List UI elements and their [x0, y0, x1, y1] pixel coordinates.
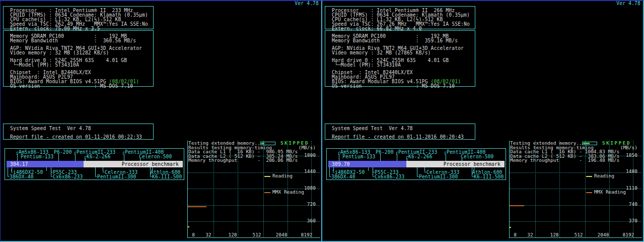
chart-vgridline — [585, 141, 586, 237]
benchmark-tick — [339, 154, 339, 161]
units-label: (MB/s) — [618, 145, 637, 150]
benchmark-tick — [373, 167, 373, 175]
benchmark-tick — [150, 167, 151, 175]
x-axis-tick-label: 32 — [527, 232, 533, 237]
chart-vgridline — [263, 141, 264, 237]
chart-data-segment-reading — [188, 226, 189, 227]
cpu-reference-label: └386DX-40 — [328, 174, 355, 179]
benchmark-tick — [46, 167, 47, 171]
cpu-reference-label: P6-200 — [376, 150, 394, 154]
report-file-line: Report file - created on 01-11-2016 00:2… — [332, 135, 464, 139]
y-axis-tick-label: 1440 — [300, 169, 316, 173]
units-label: (MB/s) — [297, 145, 316, 150]
speedsys-dual-screenshot: Ver 4.78Processor : Intel Pentium® II 23… — [0, 0, 644, 242]
y-axis-tick-label: 720 — [300, 202, 316, 206]
system-info-text: OS version : MS-DOS 7.10 — [10, 83, 133, 89]
cpu-reference-label: Pentium-133 — [342, 154, 376, 159]
chart-left-axis-line — [187, 141, 188, 237]
benchmark-tick — [380, 154, 381, 161]
x-axis-tick-label: 32 — [205, 232, 211, 237]
legend-mmx-reading-label: MMX Reading — [594, 190, 626, 194]
chart-vgridline — [238, 141, 238, 237]
legend-mmx-reading-swatch — [264, 192, 270, 193]
system-info-line: Memory Bandwidth : 359.16 MB/s — [332, 38, 458, 43]
x-axis-tick-label: 8 — [192, 232, 195, 237]
system-info-line: Video memory : 32 MB (27865 KB/s) — [332, 50, 431, 55]
system-info-text: └─Model (PM): ST34310A — [332, 62, 401, 68]
x-axis-tick-label: 2048 — [598, 232, 609, 237]
benchmark-axis-label: Processor benchmark — [122, 162, 179, 166]
benchmark-tick — [58, 154, 59, 161]
legend-reading-label: Reading — [272, 173, 293, 178]
cpu-reference-label: └PentiumII-300 — [416, 174, 458, 179]
chart-vgridline — [213, 141, 214, 237]
system-info-line: └─Model (PM): ST34310A — [10, 63, 79, 67]
memory-result-row: Memory throughput - 206.06 MB/s — [188, 158, 298, 162]
system-info-line: OS version : MS-DOS 7.10 — [10, 84, 133, 88]
version-label: Ver 4.78 — [609, 1, 640, 6]
benchmark-axis-label: Processor benchmark — [444, 162, 500, 166]
system-info-text: └─Model (PM): ST34310A — [10, 62, 79, 68]
benchmark-tick — [424, 167, 425, 171]
progress-bar-fill — [583, 143, 590, 144]
y-axis-tick-label: 360 — [300, 218, 316, 223]
x-axis-tick-label: 512 — [574, 232, 583, 237]
x-axis-tick-label: 8192 — [301, 232, 313, 237]
chart-vgridline — [535, 141, 536, 237]
y-axis-tick-label: 740 — [621, 202, 637, 206]
x-axis-tick-label: 128 — [550, 232, 558, 237]
benchmark-tick — [8, 167, 8, 175]
system-info-text: Video memory : 32 MB (31282 KB/s) — [10, 50, 109, 55]
speedsys-screen-left: Ver 4.78Processor : Intel Pentium® II 23… — [0, 0, 322, 242]
system-info-text: Memory Bandwidth : 359.16 MB/s — [332, 38, 458, 43]
benchmark-tick — [333, 167, 334, 171]
benchmark-tick — [51, 167, 51, 175]
cpu-reference-label: Celeron-500 — [139, 154, 172, 159]
benchmark-tick — [397, 154, 397, 161]
legend-mmx-reading-swatch — [586, 192, 592, 193]
benchmark-tick — [446, 154, 446, 161]
x-axis-tick-label: 8192 — [623, 232, 634, 237]
benchmark-tick — [17, 154, 18, 161]
system-info-line: Memory Bandwidth : 360.56 MB/s — [10, 38, 136, 43]
chart-vgridline — [559, 141, 560, 237]
cpu-reference-label: └PentiumII-300 — [94, 174, 136, 179]
benchmark-value: 309.70 — [332, 162, 350, 166]
benchmark-tick — [329, 167, 330, 175]
system-info-box: Memory SDRAM PC100 : 192 MBMemory Bandwi… — [325, 30, 475, 87]
cpu-reference-label: ┌K6-2-266 — [405, 154, 433, 159]
system-info-line: OS version : MS-DOS 7.10 — [332, 84, 455, 88]
benchmark-tick — [124, 154, 124, 161]
cpu-reference-label: Pentium-133 — [21, 154, 54, 159]
cpu-reference-label: └K6-III-500 — [149, 174, 182, 179]
benchmark-tick — [417, 167, 417, 175]
y-axis-tick-label: 1800 — [300, 153, 316, 157]
processor-info-box: Processor : Intel Pentium® II 266 MHzCPU… — [325, 6, 475, 29]
cpu-reference-label: Celeron-500 — [461, 154, 494, 159]
y-axis-tick-label: 1850 — [621, 153, 637, 157]
cpu-reference-label: ┌K6-2-266 — [84, 154, 111, 159]
x-axis-tick-label: 2048 — [276, 232, 288, 237]
system-info-line: Video memory : 32 MB (31282 KB/s) — [10, 50, 109, 55]
processor-info-box: Processor : Intel Pentium® II 233 MHzCPU… — [3, 6, 154, 29]
app-title-line: System Speed Test Ver 4.78 — [332, 126, 413, 131]
report-box: System Speed Test Ver 4.78Report file - … — [3, 124, 154, 140]
version-label: Ver 4.78 — [288, 1, 319, 6]
benchmark-tick — [95, 167, 96, 175]
chart-bottom-axis-line — [509, 237, 642, 238]
benchmark-tick — [75, 154, 76, 161]
report-file-line: Report file - created on 01-11-2016 00:2… — [10, 135, 142, 139]
legend-reading-label: Reading — [594, 173, 614, 178]
chart-bottom-axis-line — [187, 237, 320, 238]
y-axis-tick-label: 1480 — [621, 169, 637, 173]
x-axis-tick-label: 8 — [514, 232, 517, 237]
benchmark-tick — [474, 167, 474, 171]
chart-data-segment-mmx-reading — [188, 206, 206, 207]
system-info-text: OS version : MS-DOS 7.10 — [332, 83, 455, 89]
benchmark-tick — [368, 167, 369, 171]
cpu-reference-label: └Cx6x86-233 — [50, 174, 83, 179]
report-box: System Speed Test Ver 4.78Report file - … — [325, 124, 475, 140]
cpu-reference-label: └386DX-40 — [7, 174, 34, 179]
benchmark-tick — [103, 167, 103, 171]
benchmark-tick — [12, 167, 12, 171]
